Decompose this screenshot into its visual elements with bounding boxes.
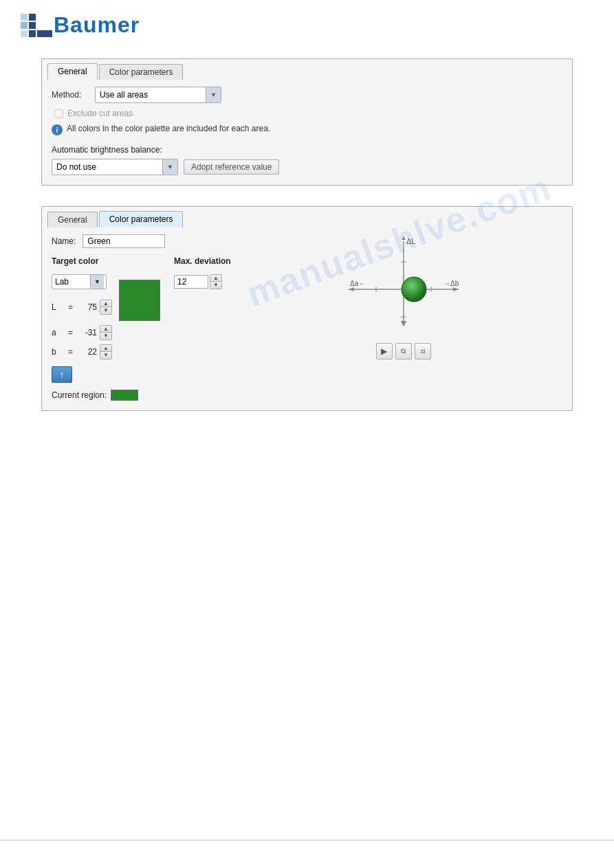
a-spin-up[interactable]: ▲: [100, 326, 111, 333]
panel-general: General Color parameters Method: Use all…: [41, 58, 573, 186]
lab-dropdown-arrow[interactable]: ▼: [90, 275, 104, 289]
header: Baumer: [0, 0, 614, 45]
method-dropdown-arrow[interactable]: ▼: [206, 87, 221, 102]
svg-marker-3: [453, 287, 459, 291]
method-select[interactable]: Use all areas Use selected areas Use no …: [96, 88, 206, 102]
current-region-label: Current region:: [52, 390, 107, 400]
l-row: L = 75 ▲ ▼: [52, 293, 160, 321]
current-region-row: Current region:: [52, 390, 160, 401]
b-spinner[interactable]: ▲ ▼: [100, 344, 112, 359]
main-content: General Color parameters Method: Use all…: [0, 45, 614, 445]
b-value: 22: [78, 347, 97, 357]
brightness-label: Automatic brightness balance:: [52, 145, 562, 155]
tabs-row-2: General Color parameters: [42, 207, 572, 227]
brightness-row: Do not use Use Calibrate ▼ Adopt referen…: [52, 159, 562, 175]
name-input[interactable]: [83, 234, 165, 248]
a-spinner[interactable]: ▲ ▼: [100, 325, 112, 340]
deviation-input-row: ▲ ▼: [174, 274, 231, 289]
panel-color-params: General Color parameters Name: Target co…: [41, 206, 573, 411]
brand-name: Baumer: [54, 12, 140, 38]
deviation-spin-down[interactable]: ▼: [210, 282, 221, 289]
exclude-checkbox[interactable]: [54, 109, 63, 118]
svg-point-12: [402, 277, 426, 302]
play-button[interactable]: ▶: [376, 343, 393, 359]
svg-marker-2: [402, 236, 406, 240]
brightness-dropdown-arrow[interactable]: ▼: [162, 159, 177, 175]
deviation-input[interactable]: [174, 275, 208, 289]
svg-text:→Δb: →Δb: [443, 280, 459, 287]
two-col: Target color Lab RGB HSV ▼ L: [52, 256, 231, 401]
brightness-select-wrap[interactable]: Do not use Use Calibrate ▼: [52, 159, 178, 175]
deviation-spinner[interactable]: ▲ ▼: [210, 274, 222, 289]
target-color-label: Target color: [52, 256, 160, 266]
b-spin-down[interactable]: ▼: [100, 352, 111, 359]
panel2-content: Name: Target color Lab RGB HSV: [42, 227, 572, 410]
b-spin-up[interactable]: ▲: [100, 345, 111, 352]
l-spin-up[interactable]: ▲: [100, 300, 111, 307]
a-spin-down[interactable]: ▼: [100, 333, 111, 340]
exclude-label: Exclude cut areas: [67, 109, 133, 118]
exclude-row: Exclude cut areas: [54, 109, 562, 118]
max-deviation-label: Max. deviation: [174, 256, 231, 266]
action-icons: ▶ ⧉ ⧈: [376, 343, 431, 359]
upload-button[interactable]: ↑: [52, 366, 72, 383]
a-value: -31: [78, 328, 97, 337]
current-region-swatch: [111, 390, 138, 401]
l-label: L: [52, 302, 65, 312]
color-swatch: [119, 280, 160, 321]
paste-button[interactable]: ⧈: [415, 343, 431, 359]
name-row: Name:: [52, 234, 231, 248]
svg-text:ΔL: ΔL: [406, 237, 415, 245]
right-section: ΔL Δa← →Δb ▶: [245, 234, 562, 401]
tab-general-2[interactable]: General: [47, 212, 98, 227]
left-section: Name: Target color Lab RGB HSV: [52, 234, 231, 401]
l-spinner[interactable]: ▲ ▼: [100, 300, 112, 315]
copy-button[interactable]: ⧉: [395, 343, 412, 359]
footer-line: [0, 840, 614, 841]
info-icon: i: [52, 124, 63, 135]
tab-general-1[interactable]: General: [47, 63, 98, 80]
lab-select[interactable]: Lab RGB HSV: [52, 276, 90, 288]
panel1-content: Method: Use all areas Use selected areas…: [42, 80, 572, 185]
l-value: 75: [78, 302, 97, 312]
deviation-col: Max. deviation ▲ ▼: [174, 256, 231, 289]
name-label: Name:: [52, 236, 76, 246]
color-swatch-area: [119, 280, 160, 321]
method-row: Method: Use all areas Use selected areas…: [52, 87, 562, 103]
lab-select-wrap[interactable]: Lab RGB HSV ▼: [52, 274, 107, 289]
logo-icon: [21, 14, 44, 37]
method-label: Method:: [52, 90, 89, 100]
b-row: b = 22 ▲ ▼: [52, 344, 160, 359]
method-select-wrap[interactable]: Use all areas Use selected areas Use no …: [95, 87, 221, 103]
tabs-row-1: General Color parameters: [42, 59, 572, 80]
info-row: i All colors in the color palette are in…: [52, 124, 562, 135]
svg-text:Δa←: Δa←: [350, 280, 365, 287]
color-col: Target color Lab RGB HSV ▼ L: [52, 256, 160, 401]
l-spin-down[interactable]: ▼: [100, 307, 111, 314]
adopt-reference-button[interactable]: Adopt reference value: [184, 159, 279, 175]
b-label: b: [52, 347, 65, 357]
lab-diagram: ΔL Δa← →Δb: [342, 234, 465, 337]
svg-marker-4: [349, 287, 354, 291]
tab-color-params-2[interactable]: Color parameters: [99, 211, 184, 227]
brightness-select[interactable]: Do not use Use Calibrate: [52, 160, 162, 174]
deviation-spin-up[interactable]: ▲: [210, 275, 221, 282]
info-text: All colors in the color palette are incl…: [67, 124, 270, 133]
tab-color-params-1[interactable]: Color parameters: [99, 64, 184, 80]
a-label: a: [52, 328, 65, 337]
a-row: a = -31 ▲ ▼: [52, 325, 160, 340]
